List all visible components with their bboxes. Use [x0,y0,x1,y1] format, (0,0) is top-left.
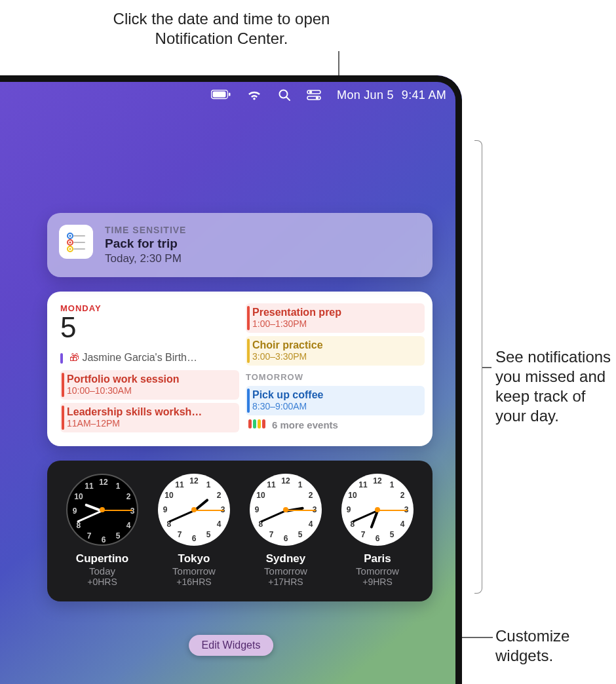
notification-title: Pack for trip [105,237,186,251]
callout-bracket [474,140,482,594]
callout-line [482,367,491,368]
clock-face: 123456789101112 [341,474,414,546]
clock-face: 123456789101112 [66,474,138,546]
clock-offset: +17HRS [243,577,328,587]
gift-icon: 🎁︎ [69,352,79,363]
clock-face: 123456789101112 [158,474,230,546]
calendar-widget[interactable]: MONDAY 5 🎁︎Jasmine Garcia's Birth… Portf… [47,292,433,446]
calendar-day-label: MONDAY [60,303,239,313]
svg-point-13 [69,241,71,243]
clock-city: Sydney [243,552,328,565]
calendar-more-events: 6 more events [246,419,425,431]
calendar-event: Presentation prep 1:00–1:30PM [246,303,425,333]
notification-category: TIME SENSITIVE [105,225,186,235]
clock-day: Today [60,565,145,577]
menubar-date: Mon Jun 5 [337,88,394,102]
svg-rect-2 [229,93,231,96]
device-screen: Mon Jun 5 9:41 AM TIME SENSITIVE Pack fo… [0,75,462,684]
menubar-datetime[interactable]: Mon Jun 5 9:41 AM [337,88,446,102]
clock-city: Cupertino [60,552,145,565]
calendar-event: Portfolio work session 10:00–10:30AM [60,370,239,400]
clock-face: 123456789101112 [250,474,322,546]
callout-bottom: Customize widgets. [495,626,607,666]
search-icon[interactable] [278,88,291,102]
clock-item: 123456789101112 Sydney Tomorrow +17HRS [243,474,328,587]
clock-offset: +0HRS [60,577,145,587]
calendar-day-number: 5 [60,313,239,342]
reminders-app-icon [59,225,93,259]
menubar: Mon Jun 5 9:41 AM [211,83,446,107]
svg-rect-1 [213,92,226,98]
edit-widgets-button[interactable]: Edit Widgets [189,635,274,656]
calendar-event: Pick up coffee 8:30–9:00AM [246,386,425,415]
battery-icon[interactable] [211,90,231,100]
calendar-birthday: 🎁︎Jasmine Garcia's Birth… [60,349,239,367]
clock-item: 123456789101112 Tokyo Tomorrow +16HRS [151,474,237,587]
svg-line-4 [286,97,290,100]
clock-offset: +9HRS [335,577,420,587]
clock-city: Tokyo [151,552,237,565]
notification-subtitle: Today, 2:30 PM [105,252,186,265]
clock-day: Tomorrow [151,565,237,577]
notification-center: TIME SENSITIVE Pack for trip Today, 2:30… [47,213,433,616]
svg-point-6 [309,90,312,93]
clock-offset: +16HRS [151,577,237,587]
wifi-icon[interactable] [246,89,262,101]
clock-day: Tomorrow [335,565,420,577]
clock-item: 123456789101112 Paris Tomorrow +9HRS [335,474,420,587]
control-center-icon[interactable] [307,89,321,101]
calendar-event: Choir practice 3:00–3:30PM [246,336,425,366]
clock-item: 123456789101112 Cupertino Today +0HRS [60,474,145,587]
svg-point-10 [69,235,71,237]
svg-point-16 [69,248,71,250]
calendar-tomorrow-label: TOMORROW [246,372,425,382]
notification-card[interactable]: TIME SENSITIVE Pack for trip Today, 2:30… [47,213,433,277]
calendar-event: Leadership skills worksh… 11AM–12PM [60,403,239,432]
callout-right: See notifications you missed and keep tr… [495,347,613,426]
world-clock-widget[interactable]: 123456789101112 Cupertino Today +0HRS 12… [47,461,433,601]
callout-top: Click the date and time to open Notifica… [110,9,333,48]
clock-city: Paris [335,552,420,565]
svg-point-8 [316,96,318,99]
menubar-time: 9:41 AM [402,88,446,102]
clock-day: Tomorrow [243,565,328,577]
